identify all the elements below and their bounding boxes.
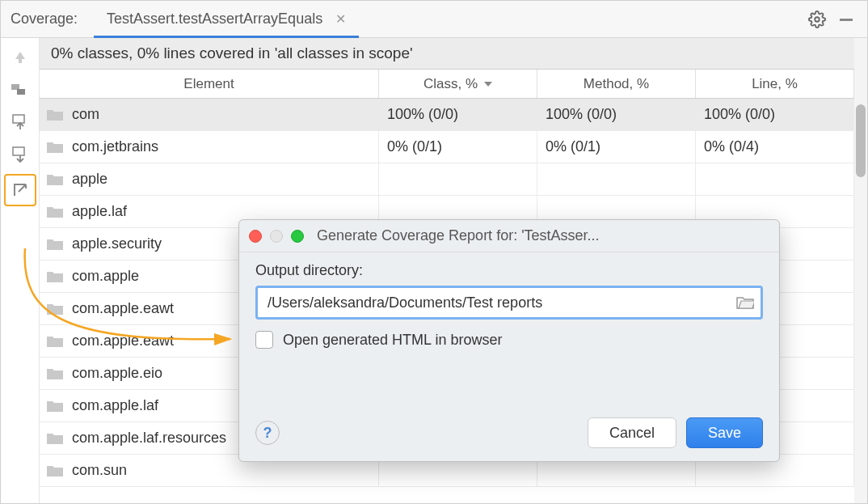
svg-point-0 (815, 17, 820, 22)
export-report-icon[interactable] (4, 174, 36, 206)
method-pct: 100% (0/0) (537, 99, 696, 130)
up-arrow-icon[interactable] (7, 44, 33, 70)
folder-icon (46, 367, 64, 380)
coverage-header: Coverage: TestAssert.testAssertArrayEqua… (1, 1, 867, 38)
cancel-button[interactable]: Cancel (588, 417, 676, 448)
table-row[interactable]: com100% (0/0)100% (0/0)100% (0/0) (40, 99, 854, 131)
dialog-title: Generate Coverage Report for: 'TestAsser… (317, 227, 600, 244)
col-class[interactable]: Class, % (379, 70, 537, 98)
folder-icon (46, 173, 64, 186)
output-directory-field[interactable] (255, 286, 763, 320)
col-method[interactable]: Method, % (537, 70, 696, 98)
col-element[interactable]: Element (40, 70, 379, 98)
folder-icon (46, 205, 64, 218)
folder-icon (46, 400, 64, 413)
line-pct: 0% (0/4) (696, 131, 854, 163)
table-row[interactable]: apple (40, 163, 854, 196)
output-directory-label: Output directory: (255, 262, 763, 279)
package-name: com.apple.laf.resources (72, 430, 226, 447)
package-name: apple.security (72, 235, 162, 252)
package-name: com.apple (72, 268, 139, 285)
folder-icon (46, 464, 64, 477)
package-name: com.jetbrains (72, 138, 158, 155)
svg-rect-4 (13, 115, 24, 123)
package-name: com.sun (72, 462, 127, 479)
package-name: com.apple.eawt (72, 332, 174, 349)
save-button[interactable]: Save (686, 417, 763, 448)
table-row[interactable]: com.jetbrains0% (0/1)0% (0/1)0% (0/4) (40, 131, 854, 163)
folder-icon (46, 270, 64, 283)
package-name: com.apple.laf (72, 397, 158, 414)
flatten-packages-icon[interactable] (7, 77, 33, 103)
folder-icon (46, 141, 64, 154)
scrollbar-thumb[interactable] (856, 104, 866, 177)
package-name: apple.laf (72, 203, 127, 220)
method-pct (537, 163, 696, 195)
open-html-label: Open generated HTML in browser (283, 332, 502, 349)
window-minimize-icon[interactable] (270, 230, 283, 243)
svg-rect-3 (17, 89, 25, 95)
svg-rect-5 (13, 147, 24, 155)
package-name: apple (72, 171, 107, 188)
class-pct (379, 163, 537, 195)
expand-with-arrow-down-icon[interactable] (7, 142, 33, 167)
folder-icon (46, 432, 64, 445)
folder-icon (46, 303, 64, 316)
coverage-summary: 0% classes, 0% lines covered in 'all cla… (40, 38, 854, 70)
coverage-tab[interactable]: TestAssert.testAssertArrayEquals ✕ (102, 1, 351, 38)
open-html-checkbox[interactable] (255, 331, 273, 349)
scrollbar[interactable] (854, 38, 867, 503)
generate-report-dialog: Generate Coverage Report for: 'TestAsser… (238, 219, 780, 462)
folder-icon (46, 335, 64, 348)
method-pct: 0% (0/1) (537, 131, 696, 163)
window-close-icon[interactable] (249, 230, 262, 243)
line-pct (696, 163, 854, 195)
help-icon[interactable]: ? (255, 421, 280, 445)
line-pct: 100% (0/0) (696, 99, 854, 130)
package-name: com.apple.eawt (72, 300, 174, 317)
dialog-titlebar[interactable]: Generate Coverage Report for: 'TestAsser… (239, 220, 779, 252)
window-zoom-icon[interactable] (291, 230, 304, 243)
col-line[interactable]: Line, % (696, 70, 854, 98)
side-toolbar (1, 38, 40, 503)
class-pct: 100% (0/0) (379, 99, 537, 130)
expand-with-arrow-up-icon[interactable] (7, 109, 33, 135)
svg-rect-2 (11, 84, 19, 90)
class-pct: 0% (0/1) (379, 131, 537, 163)
minimize-icon[interactable] (835, 8, 857, 31)
package-name: com.apple.eio (72, 365, 162, 382)
tab-label: TestAssert.testAssertArrayEquals (107, 11, 322, 28)
browse-folder-icon[interactable] (736, 295, 754, 310)
close-icon[interactable]: ✕ (335, 11, 346, 27)
svg-rect-1 (840, 19, 853, 21)
header-title: Coverage: (11, 11, 78, 28)
gear-icon[interactable] (806, 8, 828, 31)
folder-icon (46, 238, 64, 251)
package-name: com (72, 106, 99, 123)
folder-icon (46, 108, 64, 121)
output-directory-input[interactable] (266, 294, 736, 312)
